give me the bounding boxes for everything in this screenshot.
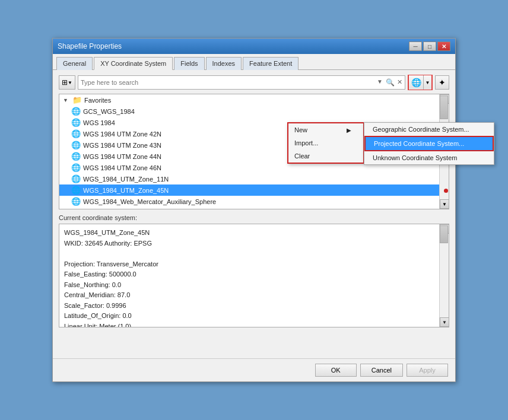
cs-scroll-down[interactable]: ▼ [440,317,449,327]
search-dropdown-arrow[interactable]: ▼ [377,78,383,87]
tree-item-label: WGS 1984 UTM Zone 43N [83,142,161,149]
cs-line-1: WKID: 32645 Authority: EPSG [64,238,444,249]
submenu-arrow-icon: ▶ [347,127,351,133]
tree-root-favorites[interactable]: ▼ 📁 Favorites [59,94,449,106]
menu-item-new-label: New [294,126,307,133]
title-bar: Shapefile Properties ─ □ ✕ [53,39,455,54]
filter-dropdown-arrow: ▼ [68,80,72,85]
tab-fields[interactable]: Fields [174,57,204,70]
tree-item-label: WGS 1984 [83,119,115,126]
tab-general[interactable]: General [56,57,93,70]
current-cs-label: Current coordinate system: [59,214,449,221]
globe-icon: 🌐 [71,129,81,138]
list-item[interactable]: 🌐 GCS_WGS_1984 [59,106,449,117]
tree-item-label: GCS_WGS_1984 [83,108,135,115]
search-icon[interactable]: 🔍 [386,78,395,87]
list-item-selected[interactable]: 🌐 WGS_1984_UTM_Zone_45N [59,184,449,196]
minimize-button[interactable]: ─ [409,42,422,51]
globe-icon: 🌐 [71,152,81,161]
close-button[interactable]: ✕ [437,42,450,51]
search-input[interactable] [81,79,377,86]
expand-icon: ▼ [63,97,70,103]
apply-button[interactable]: Apply [407,364,448,377]
toolbar-row: ⊞ ▼ ▼ 🔍 ✕ 🌐 ▼ ✦ [59,75,449,90]
list-item[interactable]: 🌐 WGS_1984_UTM_Zone_11N [59,173,449,184]
red-indicator [444,189,448,193]
tree-item-label: WGS_1984_UTM_Zone_11N [83,176,169,183]
scroll-down-arrow[interactable]: ▼ [440,199,449,209]
favorite-button[interactable]: ✦ [435,75,449,90]
globe-icon: 🌐 [71,186,81,195]
submenu-item-geographic-label: Geographic Coordinate System... [373,126,469,133]
submenu-item-geographic[interactable]: Geographic Coordinate System... [364,123,494,136]
cs-line-9: Linear Unit: Meter (1.0) [64,322,444,328]
filter-dropdown-button[interactable]: ⊞ ▼ [59,75,75,90]
tab-indexes[interactable]: Indexes [206,57,242,70]
list-item[interactable]: 🌐 WGS_1984_Web_Mercator_Auxiliary_Sphere [59,196,449,207]
window-title: Shapefile Properties [58,42,122,50]
cs-line-5: False_Northing: 0.0 [64,280,444,290]
cs-line-0: WGS_1984_UTM_Zone_45N [64,228,444,238]
folder-icon: 📁 [72,96,82,104]
menu-item-import-label: Import... [294,139,318,147]
tree-item-label: WGS 1984 UTM Zone 44N [83,153,161,160]
submenu-item-projected[interactable]: Projected Coordinate System... [364,136,494,151]
cs-line-7: Scale_Factor: 0.9996 [64,301,444,311]
cs-info-box: WGS_1984_UTM_Zone_45N WKID: 32645 Author… [59,224,449,327]
globe-icon: 🌐 [71,141,81,149]
globe-icon: 🌐 [71,107,81,116]
menu-item-new[interactable]: New ▶ [288,123,363,136]
search-icons: ▼ 🔍 ✕ [377,78,402,87]
cs-line-2 [64,249,444,259]
shapefile-properties-dialog: Shapefile Properties ─ □ ✕ General XY Co… [52,38,456,382]
new-submenu: Geographic Coordinate System... Projecte… [364,122,494,165]
tree-root-label: Favorites [84,97,111,104]
filter-icon: ⊞ [62,78,68,87]
new-import-clear-dropdown: New ▶ Import... Clear [287,122,364,164]
cs-line-3: Projection: Transverse_Mercator [64,259,444,269]
submenu-item-unknown-label: Unknown Coordinate System [373,154,457,161]
ok-button[interactable]: OK [315,364,357,377]
title-bar-buttons: ─ □ ✕ [409,42,450,51]
cancel-button[interactable]: Cancel [360,364,403,377]
scrollbar-thumb[interactable] [440,96,448,119]
globe-icon: 🌐 [71,163,81,172]
cs-scrollbar[interactable]: ▲ ▼ [439,224,449,327]
cs-line-4: False_Easting: 500000.0 [64,269,444,279]
submenu-item-unknown[interactable]: Unknown Coordinate System [364,151,494,164]
cs-scrollbar-thumb[interactable] [440,225,448,243]
submenu-item-projected-label: Projected Coordinate System... [374,140,464,147]
globe-icon: 🌐 [71,174,81,183]
cs-line-8: Latitude_Of_Origin: 0.0 [64,311,444,321]
maximize-button[interactable]: □ [423,42,436,51]
tree-item-label: WGS_1984_UTM_Zone_45N [83,187,169,194]
menu-item-import[interactable]: Import... [288,136,363,149]
menu-item-clear[interactable]: Clear [288,149,363,163]
coordinate-system-button-group: 🌐 ▼ [408,75,433,90]
search-container: ▼ 🔍 ✕ [78,75,405,90]
tree-item-label: WGS 1984 UTM Zone 42N [83,131,161,138]
tab-content: ⊞ ▼ ▼ 🔍 ✕ 🌐 ▼ ✦ [53,70,455,358]
tab-xy-coordinate-system[interactable]: XY Coordinate System [94,57,173,70]
globe-icon: 🌐 [71,197,81,206]
tabs-bar: General XY Coordinate System Fields Inde… [53,54,455,70]
cs-line-6: Central_Meridian: 87.0 [64,290,444,300]
globe-icon: 🌐 [71,118,81,127]
menu-item-clear-label: Clear [294,152,310,160]
globe-dropdown-button[interactable]: ▼ [423,75,431,90]
bottom-bar: OK Cancel Apply [53,358,455,381]
tab-feature-extent[interactable]: Feature Extent [243,57,299,70]
search-clear-icon[interactable]: ✕ [397,78,402,87]
tree-item-label: WGS 1984 UTM Zone 46N [83,164,161,171]
tree-item-label: WGS_1984_Web_Mercator_Auxiliary_Sphere [83,198,216,205]
globe-button[interactable]: 🌐 [409,75,423,90]
